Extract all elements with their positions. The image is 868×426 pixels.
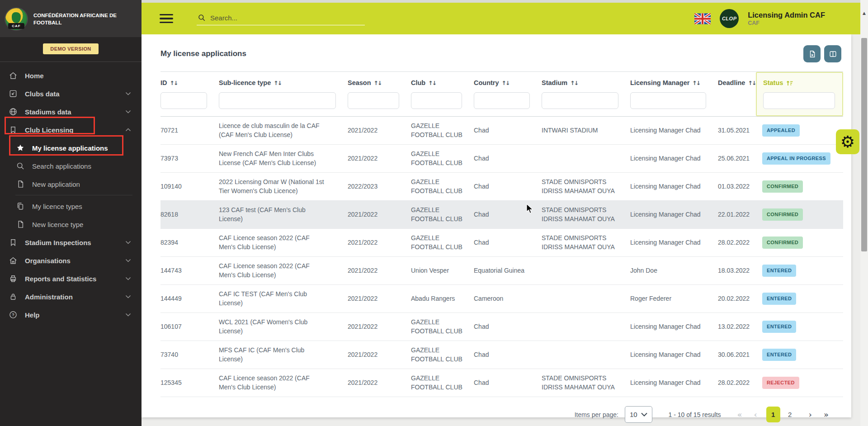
sidebar-item-reports-and-statistics[interactable]: Reports and Statistics	[0, 270, 142, 288]
column-label[interactable]: ID↑↓	[160, 79, 214, 86]
user-avatar[interactable]: CLOP	[720, 9, 739, 28]
cell-club: GAZELLE FOOTBALL CLUB	[411, 117, 474, 144]
cell-deadline: 28.02.2022	[718, 369, 762, 397]
table-row[interactable]: 70721Licence de club masculin de la CAF …	[160, 117, 843, 145]
scrollbar-thumb[interactable]	[861, 38, 867, 251]
search-icon	[15, 161, 25, 171]
sidebar-item-new-application[interactable]: New application	[0, 175, 142, 193]
cell-deadline: 13.02.2022	[718, 313, 762, 341]
clubs-data-icon	[8, 89, 18, 99]
search-input[interactable]	[210, 14, 364, 22]
sidebar-item-my-licence-types[interactable]: My licence types	[0, 197, 142, 215]
caf-logo-text: CAF	[8, 23, 24, 29]
cell-id: 73973	[160, 145, 219, 172]
cell-status: CONFIRMED	[762, 173, 843, 200]
chevron-down-icon	[125, 109, 132, 114]
page-button-2[interactable]: 2	[783, 407, 797, 422]
sidebar-item-label: New licence type	[32, 221, 83, 228]
status-badge: ENTERED	[762, 349, 796, 361]
column-label[interactable]: Country↑↓	[474, 79, 537, 86]
sidebar-item-home[interactable]: Home	[0, 66, 142, 85]
sidebar-item-administration[interactable]: Administration	[0, 288, 142, 306]
sort-icon: ↑↓	[274, 80, 281, 86]
cell-deadline: 25.06.2021	[718, 145, 762, 172]
filter-input-country[interactable]	[474, 92, 530, 109]
filter-input-season[interactable]	[348, 92, 399, 109]
filter-input-club[interactable]	[411, 92, 462, 109]
filter-input-licensing-manager[interactable]	[630, 92, 706, 109]
cell-manager: Licensing Manager Chad	[630, 369, 718, 397]
sidebar-item-search-applications[interactable]: Search applications	[0, 157, 142, 175]
cell-id: 106107	[160, 313, 219, 341]
sidebar-item-label: Search applications	[32, 162, 91, 170]
filter-input-id[interactable]	[160, 92, 207, 109]
settings-gear-button[interactable]: ⚙	[836, 129, 859, 154]
table-row[interactable]: 82618123 CAF test (CAF Men's Club Licens…	[160, 201, 843, 229]
status-badge: REJECTED	[762, 377, 799, 389]
status-badge: ENTERED	[762, 265, 796, 277]
org-name: CONFÉDÉRATION AFRICAINE DE FOOTBALL	[33, 12, 135, 26]
table-row[interactable]: 144743CAF Licence season 2022 (CAF Men's…	[160, 257, 843, 285]
column-label[interactable]: Deadline↑↓	[718, 79, 758, 86]
page-button-1[interactable]: 1	[766, 407, 780, 422]
table-row[interactable]: 73973New French CAF Men Inter Clubs Lice…	[160, 145, 843, 173]
table-row[interactable]: 1091402022 Licensing Omar W (National 1s…	[160, 173, 843, 201]
export-excel-button[interactable]	[803, 45, 821, 62]
cell-type: New French CAF Men Inter Clubs License (…	[219, 145, 348, 172]
cell-type: 123 CAF test (CAF Men's Club License)	[219, 201, 348, 228]
column-label[interactable]: Club↑↓	[411, 79, 469, 86]
column-label[interactable]: Season↑↓	[348, 79, 406, 86]
cell-id: 125345	[160, 369, 219, 397]
column-header-stadium: Stadium↑↓	[542, 79, 630, 109]
language-flag-uk-icon[interactable]	[694, 13, 711, 24]
filter-input-sub-licence-type[interactable]	[219, 92, 336, 109]
column-label[interactable]: Status	[763, 79, 837, 86]
sidebar-section-divider	[15, 195, 132, 195]
column-label[interactable]: Sub-licence type↑↓	[219, 79, 343, 86]
sort-asc-icon	[786, 80, 793, 86]
table-row[interactable]: 82394CAF Licence season 2022 (CAF Men's …	[160, 229, 843, 257]
sidebar-item-stadium-inspections[interactable]: Stadium Inspections	[0, 233, 142, 251]
page-scrollbar[interactable]: ▲	[860, 0, 868, 426]
content-card: My license applications ID↑↓Sub-licence …	[142, 34, 851, 417]
user-menu[interactable]: Licensing Admin CAF CAF	[748, 10, 825, 27]
cell-status: REJECTED	[762, 369, 843, 397]
column-header-season: Season↑↓	[348, 79, 411, 109]
filter-input-status[interactable]	[763, 92, 835, 109]
next-page-button[interactable]: ›	[806, 409, 815, 420]
page-size-value: 10	[630, 411, 637, 418]
cell-stadium	[542, 285, 630, 312]
filter-input-stadium[interactable]	[542, 92, 618, 109]
table-row[interactable]: 125345CAF Licence season 2022 (CAF Men's…	[160, 369, 843, 397]
cell-stadium: INTWARI STADIUM	[542, 117, 630, 144]
chevron-down-icon	[125, 258, 132, 263]
sidebar-item-stadiums-data[interactable]: Stadiums data	[0, 103, 142, 121]
sidebar-item-my-license-applications[interactable]: My license applications	[0, 139, 142, 157]
sidebar-item-organisations[interactable]: Organisations	[0, 251, 142, 270]
sidebar-item-clubs-data[interactable]: Clubs data	[0, 85, 142, 103]
sidebar-item-help[interactable]: ?Help	[0, 306, 142, 324]
sidebar-item-club-licensing[interactable]: Club Licensing	[0, 121, 142, 139]
prev-page-button[interactable]: ‹	[751, 409, 760, 420]
bookmark-icon	[8, 237, 18, 247]
hamburger-menu-button[interactable]	[160, 14, 173, 24]
table-row[interactable]: 73740MFS CAF IC (CAF Men's Club License)…	[160, 341, 843, 369]
column-settings-button[interactable]	[824, 45, 841, 62]
sidebar-item-new-licence-type[interactable]: New licence type	[0, 215, 142, 233]
cell-country: Chad	[474, 229, 542, 256]
table-row[interactable]: 106107WCL 2021 (CAF Women's Club License…	[160, 313, 843, 341]
scrollbar-up-arrow-icon[interactable]: ▲	[860, 11, 868, 15]
sidebar-nav: HomeClubs dataStadiums dataClub Licensin…	[0, 66, 142, 324]
cell-id: 73740	[160, 341, 219, 369]
last-page-button[interactable]: »	[821, 409, 831, 420]
building-icon	[8, 256, 18, 265]
first-page-button[interactable]: «	[735, 409, 745, 420]
printer-icon	[8, 274, 18, 284]
page-size-select[interactable]: 10	[625, 406, 652, 423]
table-row[interactable]: 144449CAF IC TEST (CAF Men's Club Licens…	[160, 285, 843, 313]
cell-season: 2021/2022	[348, 313, 411, 341]
column-label[interactable]: Stadium↑↓	[542, 79, 626, 86]
cell-status: ENTERED	[762, 313, 843, 341]
cell-type: WCL 2021 (CAF Women's Club License)	[219, 313, 348, 341]
column-label[interactable]: Licensing Manager↑↓	[630, 79, 713, 86]
